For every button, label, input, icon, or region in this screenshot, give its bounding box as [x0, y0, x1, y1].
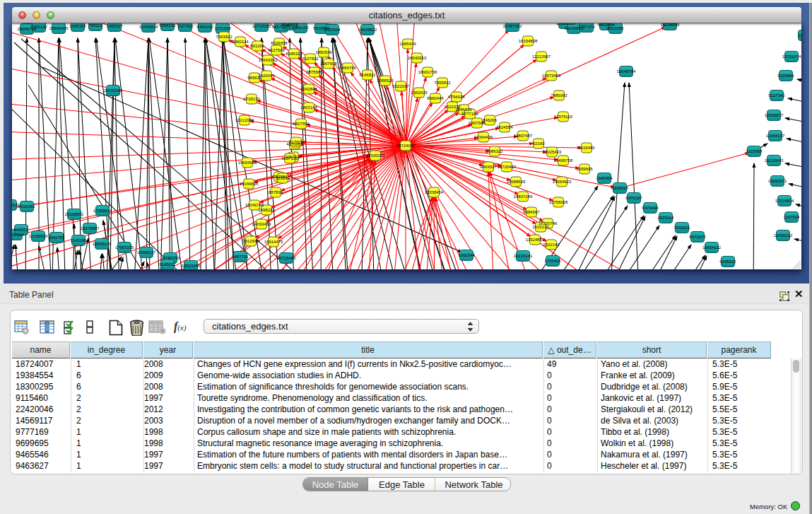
svg-text:7663822: 7663822	[216, 35, 233, 39]
svg-text:989611: 989611	[247, 76, 261, 80]
svg-text:18807249: 18807249	[514, 194, 533, 199]
svg-text:9127508: 9127508	[268, 48, 285, 52]
svg-text:1498222: 1498222	[258, 208, 275, 212]
svg-text:6466160: 6466160	[196, 25, 213, 29]
svg-text:3215958: 3215958	[746, 149, 763, 153]
svg-text:12450212: 12450212	[774, 233, 793, 238]
svg-text:8454749: 8454749	[339, 66, 356, 70]
svg-text:17957255: 17957255	[115, 245, 134, 250]
svg-text:1527602: 1527602	[177, 24, 194, 28]
svg-text:10025433: 10025433	[543, 150, 562, 154]
svg-text:9227342: 9227342	[768, 93, 785, 98]
svg-text:62160: 62160	[533, 141, 545, 146]
svg-text:553594: 553594	[276, 176, 290, 180]
svg-text:10688609: 10688609	[507, 180, 526, 184]
svg-text:7357274: 7357274	[578, 25, 595, 29]
svg-text:2616051: 2616051	[18, 204, 35, 209]
svg-text:2522140: 2522140	[543, 243, 560, 247]
svg-text:21364436: 21364436	[474, 135, 493, 139]
svg-text:9084067: 9084067	[523, 210, 540, 214]
svg-text:1615132: 1615132	[532, 225, 549, 229]
svg-text:19338454: 19338454	[425, 190, 444, 194]
svg-text:1145190: 1145190	[71, 238, 88, 243]
svg-text:16782759: 16782759	[161, 256, 180, 260]
svg-text:891295: 891295	[250, 44, 265, 48]
svg-text:19218506: 19218506	[661, 23, 680, 27]
svg-text:17359914: 17359914	[93, 209, 112, 213]
svg-text:12213389: 12213389	[235, 118, 254, 122]
svg-text:8186323: 8186323	[286, 52, 302, 56]
svg-text:16210643: 16210643	[765, 158, 784, 163]
svg-text:16154808: 16154808	[519, 39, 538, 43]
svg-text:9127502: 9127502	[302, 57, 319, 61]
svg-text:13975887: 13975887	[81, 226, 100, 230]
svg-text:18640910: 18640910	[408, 56, 427, 60]
svg-text:7612540: 7612540	[242, 239, 259, 243]
svg-text:12975115: 12975115	[554, 115, 573, 119]
svg-text:17016504: 17016504	[775, 199, 794, 203]
svg-text:15751074: 15751074	[782, 54, 801, 59]
svg-text:2933114: 2933114	[658, 216, 675, 220]
svg-text:9457791: 9457791	[232, 255, 249, 259]
svg-text:1065327: 1065327	[106, 24, 123, 28]
svg-text:10756928: 10756928	[549, 200, 568, 204]
svg-text:9474444: 9474444	[642, 206, 659, 210]
svg-text:1733426: 1733426	[544, 259, 561, 263]
svg-text:16046745: 16046745	[245, 203, 264, 207]
svg-text:18724007: 18724007	[396, 144, 416, 148]
svg-text:12093877: 12093877	[765, 113, 784, 117]
svg-text:7485063: 7485063	[551, 93, 567, 98]
svg-text:1850546: 1850546	[315, 50, 332, 54]
svg-text:8990448: 8990448	[427, 96, 444, 100]
svg-text:765112: 765112	[88, 23, 102, 28]
svg-text:19654935: 19654935	[238, 160, 257, 165]
svg-text:2967608: 2967608	[320, 62, 337, 66]
svg-text:20206551: 20206551	[65, 212, 84, 216]
svg-text:2718170: 2718170	[243, 97, 260, 101]
svg-text:8938918: 8938918	[611, 186, 628, 190]
svg-text:16914479: 16914479	[264, 240, 283, 244]
svg-text:7515524: 7515524	[324, 28, 341, 32]
svg-text:6479197: 6479197	[625, 196, 642, 200]
svg-text:3915514: 3915514	[12, 233, 24, 237]
svg-text:8471676: 8471676	[689, 235, 706, 239]
svg-text:1965419: 1965419	[399, 42, 416, 46]
svg-text:8427552: 8427552	[293, 122, 310, 126]
svg-text:1071918: 1071918	[214, 26, 231, 30]
svg-text:887834: 887834	[269, 190, 283, 194]
svg-text:111213: 111213	[798, 33, 801, 37]
svg-text:16459834: 16459834	[139, 25, 158, 29]
svg-text:1099695: 1099695	[576, 167, 593, 171]
svg-text:16543362: 16543362	[259, 58, 278, 62]
svg-text:9146821: 9146821	[359, 73, 376, 77]
svg-text:12156829: 12156829	[29, 234, 48, 238]
svg-text:9777169: 9777169	[461, 112, 478, 116]
svg-text:9215460: 9215460	[578, 146, 595, 150]
svg-text:24093459: 24093459	[252, 222, 271, 226]
svg-text:16633822: 16633822	[358, 28, 377, 32]
svg-text:9242848: 9242848	[300, 87, 317, 91]
svg-text:9245632: 9245632	[719, 259, 736, 264]
svg-text:9245011: 9245011	[160, 262, 177, 267]
svg-text:19166825: 19166825	[240, 182, 259, 186]
svg-text:9956132: 9956132	[159, 23, 176, 28]
svg-text:15716485: 15716485	[277, 256, 296, 260]
svg-text:7986322: 7986322	[486, 149, 503, 153]
svg-text:746266: 746266	[483, 118, 498, 122]
svg-text:16033809: 16033809	[556, 23, 575, 25]
svg-text:7955812: 7955812	[434, 81, 451, 85]
svg-text:1065326: 1065326	[69, 24, 86, 28]
svg-text:1092344: 1092344	[458, 253, 475, 257]
svg-text:10719185: 10719185	[252, 24, 271, 28]
svg-text:20691406: 20691406	[49, 26, 69, 30]
svg-text:20053346: 20053346	[104, 88, 123, 93]
svg-text:1167534: 1167534	[784, 215, 801, 219]
svg-text:16648784: 16648784	[617, 69, 636, 74]
svg-text:13692971: 13692971	[768, 179, 787, 183]
svg-text:3624554: 3624554	[496, 125, 513, 129]
svg-text:13524851: 13524851	[526, 238, 545, 242]
svg-text:25300203: 25300203	[366, 153, 385, 158]
svg-text:3875685: 3875685	[306, 70, 323, 74]
svg-text:2942757: 2942757	[48, 235, 65, 240]
svg-text:19654923: 19654923	[553, 180, 572, 184]
